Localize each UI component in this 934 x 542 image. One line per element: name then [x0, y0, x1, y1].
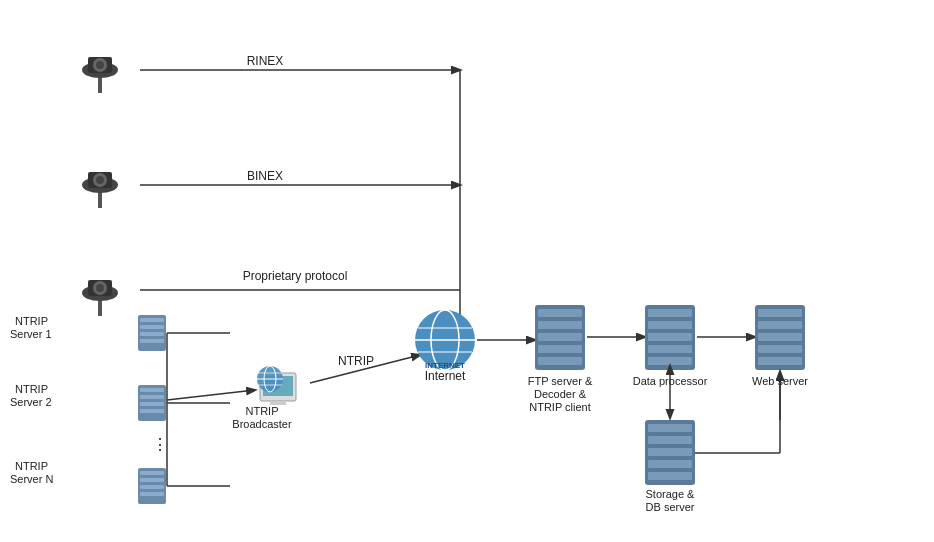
svg-rect-21: [140, 318, 164, 322]
svg-rect-23: [140, 332, 164, 336]
svg-rect-64: [648, 309, 692, 317]
svg-rect-75: [758, 357, 802, 365]
svg-rect-72: [758, 321, 802, 329]
svg-text:Broadcaster: Broadcaster: [232, 418, 292, 430]
dots-label: ⋮: [152, 436, 168, 453]
ftp-server-label: FTP server &: [528, 375, 593, 387]
svg-rect-57: [538, 309, 582, 317]
svg-rect-73: [758, 333, 802, 341]
web-server-label: Web server: [752, 375, 808, 387]
svg-rect-24: [140, 339, 164, 343]
storage-label: Storage &: [646, 488, 696, 500]
svg-rect-61: [538, 357, 582, 365]
svg-point-9: [96, 176, 104, 184]
antenna-2: [82, 172, 118, 208]
web-server-icon: [755, 305, 805, 370]
svg-text:Decoder &: Decoder &: [534, 388, 587, 400]
svg-rect-65: [648, 321, 692, 329]
main-diagram-svg: INTERNET: [0, 0, 934, 542]
svg-rect-22: [140, 325, 164, 329]
ntrip-broadcaster-icon: [257, 366, 296, 405]
ntrip-arrow-label: NTRIP: [338, 354, 374, 368]
svg-text:Server 1: Server 1: [10, 328, 52, 340]
svg-rect-27: [140, 395, 164, 399]
data-processor-label: Data processor: [633, 375, 708, 387]
svg-rect-77: [648, 424, 692, 432]
svg-rect-81: [648, 472, 692, 480]
svg-text:DB server: DB server: [646, 501, 695, 513]
ntrip-server-n-label: NTRIP: [15, 460, 48, 472]
diagram: INTERNET: [0, 0, 934, 542]
svg-text:NTRIP client: NTRIP client: [529, 401, 591, 413]
svg-rect-80: [648, 460, 692, 468]
svg-text:Server N: Server N: [10, 473, 53, 485]
ntrip-server-2-label: NTRIP: [15, 383, 48, 395]
antenna-1: [82, 57, 118, 93]
svg-rect-59: [538, 333, 582, 341]
svg-rect-71: [758, 309, 802, 317]
svg-rect-78: [648, 436, 692, 444]
proprietary-label: Proprietary protocol: [243, 269, 348, 283]
svg-point-14: [96, 284, 104, 292]
svg-rect-79: [648, 448, 692, 456]
svg-rect-33: [140, 485, 164, 489]
antenna-3: [82, 280, 118, 316]
data-processor-icon: [645, 305, 695, 370]
ntrip-server-rack-2: [138, 385, 166, 421]
svg-rect-60: [538, 345, 582, 353]
svg-rect-32: [140, 478, 164, 482]
svg-line-39: [167, 390, 255, 400]
storage-server-icon: [645, 420, 695, 485]
svg-point-4: [96, 61, 104, 69]
svg-rect-66: [648, 333, 692, 341]
svg-rect-29: [140, 409, 164, 413]
rinex-label: RINEX: [247, 54, 284, 68]
svg-rect-28: [140, 402, 164, 406]
ntrip-server-1-label: NTRIP: [15, 315, 48, 327]
svg-rect-67: [648, 345, 692, 353]
ntrip-server-rack-1: [138, 315, 166, 351]
internet-icon: INTERNET: [415, 310, 475, 370]
svg-rect-68: [648, 357, 692, 365]
svg-rect-34: [140, 492, 164, 496]
svg-rect-58: [538, 321, 582, 329]
ntrip-broadcaster-label: NTRIP: [246, 405, 279, 417]
internet-label: Internet: [425, 369, 466, 383]
binex-label: BINEX: [247, 169, 283, 183]
ftp-server-icon: [535, 305, 585, 370]
svg-rect-74: [758, 345, 802, 353]
svg-rect-26: [140, 388, 164, 392]
svg-text:Server 2: Server 2: [10, 396, 52, 408]
svg-rect-31: [140, 471, 164, 475]
ntrip-server-rack-n: [138, 468, 166, 504]
